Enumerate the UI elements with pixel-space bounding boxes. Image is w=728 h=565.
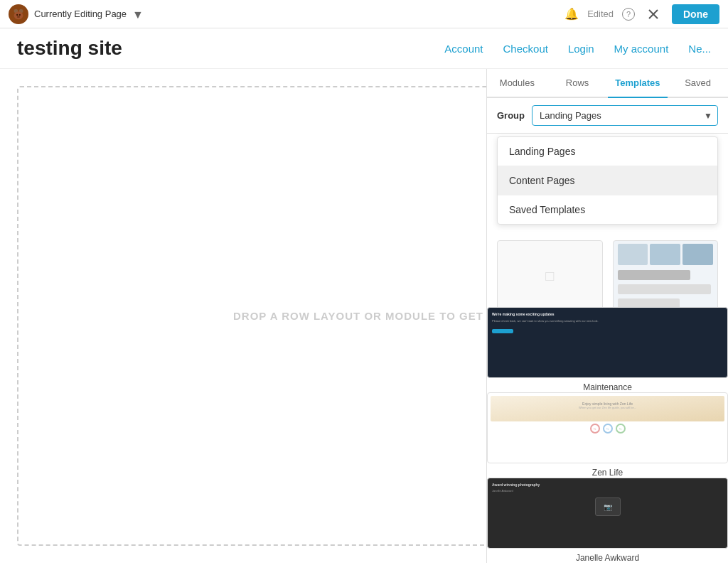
edited-status: Edited	[587, 9, 614, 19]
group-select-wrapper: Landing Pages Content Pages Saved Templa…	[532, 105, 718, 126]
template-blank[interactable]: □ Blank	[497, 240, 603, 307]
top-bar-right: 🔔 Edited ? Done	[564, 4, 719, 24]
dropdown-item-landing[interactable]: Landing Pages	[498, 137, 717, 166]
templates-grid: □ Blank Home	[487, 230, 728, 307]
nav-account[interactable]: Account	[444, 43, 483, 55]
nav-more[interactable]: Ne...	[688, 43, 711, 55]
main-area: DROP A ROW LAYOUT OR MODULE TO GET S Mod…	[0, 69, 728, 563]
template-name-zenlife: Zen Life	[487, 468, 728, 478]
template-janelle[interactable]: Award winning photography Janelle Awkwar…	[487, 478, 728, 563]
site-nav: Account Checkout Login My account Ne...	[444, 43, 711, 55]
template-thumb-zenlife: Enjoy simple living with Zen Life When y…	[487, 392, 728, 463]
tab-templates[interactable]: Templates	[608, 69, 668, 98]
done-button[interactable]: Done	[672, 4, 719, 24]
top-bar: Currently Editing Page ▼ 🔔 Edited ? Done	[0, 0, 728, 28]
drop-text: DROP A ROW LAYOUT OR MODULE TO GET S	[233, 310, 495, 322]
nav-login[interactable]: Login	[568, 43, 594, 55]
template-maintenance[interactable]: We're making some exciting updates Pleas…	[487, 307, 728, 392]
nav-checkout[interactable]: Checkout	[503, 43, 548, 55]
group-row: Group Landing Pages Content Pages Saved …	[487, 98, 728, 134]
tab-saved[interactable]: Saved	[668, 69, 728, 98]
notification-icon[interactable]: 🔔	[564, 7, 579, 21]
svg-point-3	[16, 14, 18, 15]
template-name-maintenance: Maintenance	[487, 382, 728, 392]
panel-tabs: Modules Rows Templates Saved	[487, 69, 728, 98]
editing-chevron-icon[interactable]: ▼	[132, 9, 144, 20]
dropdown-item-content[interactable]: Content Pages	[498, 166, 717, 195]
template-thumb-home	[613, 240, 719, 307]
template-thumb-blank: □	[497, 240, 603, 307]
template-zenlife[interactable]: Enjoy simple living with Zen Life When y…	[487, 392, 728, 478]
close-button[interactable]	[643, 4, 663, 24]
site-header: testing site Account Checkout Login My a…	[0, 28, 728, 69]
tab-modules[interactable]: Modules	[487, 69, 547, 98]
top-bar-left: Currently Editing Page ▼	[9, 4, 564, 24]
svg-point-4	[19, 14, 21, 15]
template-thumb-janelle: Award winning photography Janelle Awkwar…	[487, 478, 728, 549]
template-thumb-maintenance: We're making some exciting updates Pleas…	[487, 307, 728, 378]
editing-label: Currently Editing Page	[34, 9, 127, 19]
template-panel: Modules Rows Templates Saved Group Landi…	[486, 69, 728, 563]
template-home[interactable]: Home	[613, 240, 719, 307]
help-icon[interactable]: ?	[622, 8, 635, 21]
dropdown-item-saved[interactable]: Saved Templates	[498, 195, 717, 224]
group-select[interactable]: Landing Pages Content Pages Saved Templa…	[532, 105, 718, 126]
svg-point-5	[17, 16, 21, 18]
group-label: Group	[497, 110, 525, 121]
tab-rows[interactable]: Rows	[547, 69, 608, 98]
nav-myaccount[interactable]: My account	[614, 43, 669, 55]
dropdown-list: Landing Pages Content Pages Saved Templa…	[497, 136, 718, 225]
svg-point-2	[14, 11, 23, 19]
template-name-janelle: Janelle Awkward	[487, 553, 728, 563]
site-title: testing site	[17, 37, 444, 60]
bear-logo	[9, 4, 28, 24]
